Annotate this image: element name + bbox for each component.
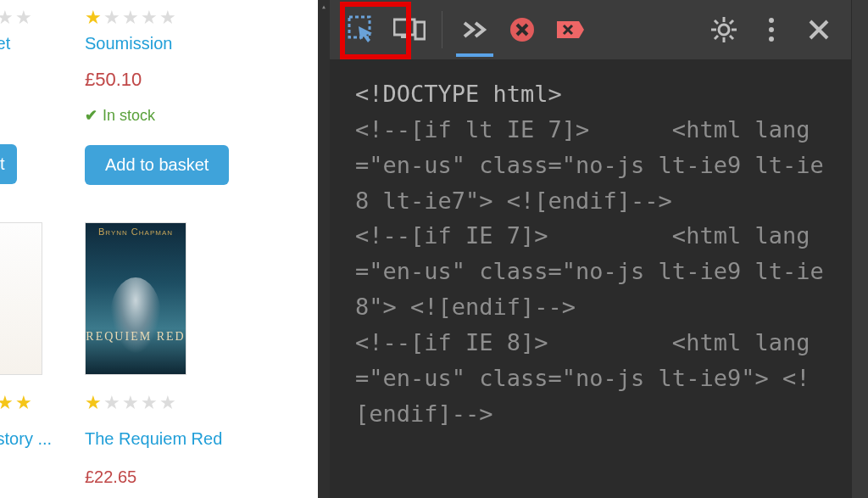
book-cover[interactable]: Brynn Chapman REQUIEM RED [85,222,186,375]
product-title[interactable]: The Requiem Red [85,429,229,449]
cover-author: Brynn Chapman [86,227,186,237]
product-card: Brynn Chapman REQUIEM RED [85,222,250,375]
product-card: I Noah arari [0,222,42,375]
star-icon: ★ [0,394,14,412]
product-title[interactable]: he Velvet [0,34,42,53]
gear-icon[interactable] [700,6,748,53]
product-price: 3.74 [0,69,42,91]
star-icon: ★ [103,8,120,27]
product-title[interactable]: Soumission [85,34,250,53]
add-to-basket-button[interactable]: o basket [0,144,17,184]
inspect-element-icon[interactable] [338,6,386,53]
cover-title: REQUIEM RED [86,330,186,344]
product-price: £22.65 [85,467,250,487]
storefront-panel: ★ ★ ★ ★ ★ he Velvet 3.74 stock o basket … [0,0,318,498]
rating-stars: ★ ★ ★ ★ ★ [85,8,250,27]
more-tabs-icon[interactable] [451,6,498,53]
close-icon[interactable] [795,6,843,53]
star-icon: ★ [103,394,120,412]
star-icon: ★ [141,394,158,412]
svg-point-7 [769,27,774,32]
svg-point-6 [769,18,774,23]
check-icon: ✔ [85,106,97,125]
product-price: 4.23 [0,467,42,487]
rating-stars: ★ ★ ★ ★ ★ [0,8,42,27]
add-to-basket-button[interactable]: Add to basket [85,145,229,185]
rating-stars: ★ ★ ★ ★ ★ [85,394,250,412]
product-title[interactable]: Brief History ... [0,429,85,449]
product-card: ★ ★ ★ ★ ★ Soumission £50.10 ✔ In stock A… [85,8,250,185]
star-icon: ★ [85,8,102,27]
svg-point-8 [769,36,774,42]
star-icon: ★ [15,8,32,27]
device-toolbar-icon[interactable] [386,6,433,53]
star-icon: ★ [122,8,139,27]
star-icon: ★ [15,394,32,412]
stock-label: stock [0,106,42,124]
devtools-panel: <!DOCTYPE html> <!--[if lt IE 7]> <html … [318,0,868,498]
kebab-menu-icon[interactable] [748,6,795,53]
devtools-scrollbar[interactable] [851,0,868,498]
devtools-toolbar [330,0,851,59]
html-source-view[interactable]: <!DOCTYPE html> <!--[if lt IE 7]> <html … [330,59,851,448]
star-icon: ★ [159,394,176,412]
star-icon: ★ [159,8,176,27]
clear-console-icon[interactable] [546,6,593,53]
rating-stars: ★ ★ ★ ★ ★ [0,394,42,412]
book-cover[interactable]: I Noah arari [0,222,42,375]
star-icon: ★ [0,8,14,27]
svg-rect-2 [401,36,408,38]
toolbar-divider [442,11,442,48]
product-card: ★ ★ ★ ★ ★ he Velvet 3.74 stock o basket [0,8,42,185]
star-icon: ★ [122,394,139,412]
svg-rect-1 [394,20,415,35]
svg-point-5 [719,25,729,35]
error-icon[interactable] [498,6,546,53]
devtools-gutter[interactable] [318,0,330,498]
star-icon: ★ [141,8,158,27]
stock-label: ✔ In stock [85,106,250,125]
product-price: £50.10 [85,69,250,91]
star-icon: ★ [85,394,102,412]
svg-rect-3 [415,22,425,39]
